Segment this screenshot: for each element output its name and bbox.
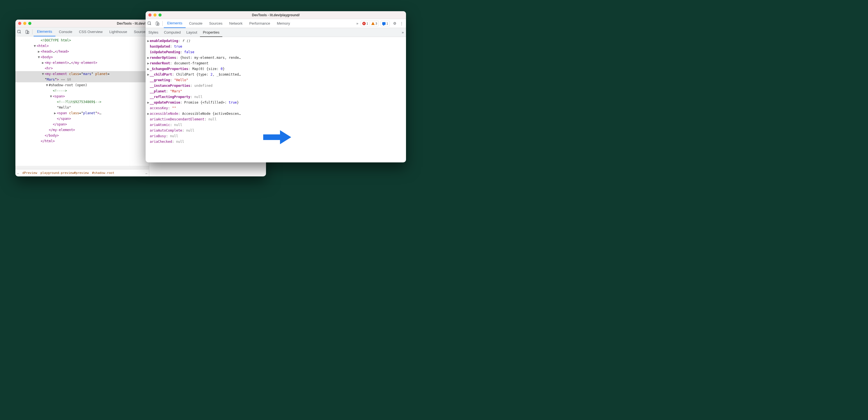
- dom-line[interactable]: ▼#shadow-root (open): [16, 82, 149, 88]
- dom-line[interactable]: "Hello": [16, 105, 149, 110]
- tab-memory[interactable]: Memory: [274, 19, 293, 28]
- breadcrumb-overflow-icon[interactable]: …: [145, 171, 147, 175]
- property-row[interactable]: ▶__childPart: ChildPart {type: 2, _$comm…: [147, 72, 404, 77]
- dom-line[interactable]: </span>: [16, 116, 149, 122]
- tab-elements[interactable]: Elements: [164, 19, 186, 28]
- settings-icon[interactable]: ⚙: [392, 21, 398, 26]
- property-row[interactable]: ▶accessibleNode: AccessibleNode {activeD…: [147, 111, 404, 117]
- property-row[interactable]: accessKey: "": [147, 105, 404, 111]
- sidetab-properties[interactable]: Properties: [200, 28, 222, 37]
- property-row[interactable]: __instanceProperties: undefined: [147, 83, 404, 88]
- dom-line[interactable]: <!--?lit$927534869$-->: [16, 99, 149, 105]
- property-row[interactable]: ▶renderOptions: {host: my-element.mars, …: [147, 55, 404, 60]
- tab-elements[interactable]: Elements: [34, 27, 56, 36]
- dom-line[interactable]: </my-element>: [16, 127, 149, 133]
- issues-badge[interactable]: ×1 3: [361, 21, 379, 26]
- property-row[interactable]: ariaAtomic: null: [147, 122, 404, 128]
- tab-sources[interactable]: Sources: [206, 19, 226, 28]
- property-row[interactable]: ▶_$changedProperties: Map(0) {size: 0}: [147, 66, 404, 72]
- panel-tabs: ElementsConsoleSourcesNetworkPerformance…: [164, 19, 354, 28]
- tab-console[interactable]: Console: [56, 27, 75, 36]
- dom-line[interactable]: <!DOCTYPE html>: [16, 37, 149, 43]
- dom-line[interactable]: ▶<span class="planet">…: [16, 110, 149, 116]
- dom-line[interactable]: ▶<my-element>…</my-element>: [16, 60, 149, 65]
- arrow-icon: [263, 129, 291, 146]
- minimize-icon[interactable]: [153, 13, 157, 17]
- device-toggle-icon[interactable]: [153, 20, 161, 27]
- sidebar-tabs: StylesComputedLayoutProperties»: [146, 28, 406, 37]
- breadcrumb-item[interactable]: playground-preview#preview: [40, 171, 89, 175]
- scrollbar-horizontal[interactable]: [16, 166, 149, 169]
- inspect-icon[interactable]: [16, 28, 23, 36]
- dom-line[interactable]: <hr>: [16, 65, 149, 71]
- dom-line[interactable]: </body>: [16, 133, 149, 138]
- property-row[interactable]: __greeting: "Hello": [147, 77, 404, 83]
- property-row[interactable]: isUpdatePending: false: [147, 49, 404, 55]
- titlebar: DevTools - lit.dev/playground/: [146, 11, 406, 19]
- tab-console[interactable]: Console: [186, 19, 206, 28]
- dom-line[interactable]: </html>: [16, 138, 149, 144]
- minimize-icon[interactable]: [23, 22, 26, 25]
- inspect-icon[interactable]: [146, 20, 153, 27]
- device-toggle-icon[interactable]: [23, 28, 31, 36]
- tab-network[interactable]: Network: [226, 19, 246, 28]
- dom-line[interactable]: ▼<body>: [16, 54, 149, 60]
- more-tabs-icon[interactable]: »: [354, 21, 360, 26]
- zoom-icon[interactable]: [28, 22, 31, 25]
- dom-line[interactable]: ▼<html>: [16, 43, 149, 49]
- traffic-lights: [18, 22, 31, 25]
- dom-line[interactable]: </span>: [16, 122, 149, 127]
- property-row[interactable]: ariaActiveDescendantElement: null: [147, 117, 404, 122]
- sidetab-computed[interactable]: Computed: [161, 28, 183, 37]
- dom-line[interactable]: ▼<my-element class="mars" planet=: [16, 71, 149, 77]
- dom-line[interactable]: ▼<span>: [16, 93, 149, 99]
- property-row[interactable]: ▶renderRoot: document-fragment: [147, 60, 404, 66]
- close-icon[interactable]: [148, 13, 152, 17]
- elements-tree-pane: <!DOCTYPE html> ▼<html> ▶<head>…</head> …: [16, 36, 149, 176]
- toolbar-badges: ×1 3 1 ⚙ ⋮: [361, 21, 406, 26]
- sidetab-layout[interactable]: Layout: [183, 28, 200, 37]
- zoom-icon[interactable]: [158, 13, 161, 17]
- property-row[interactable]: __reflectingProperty: null: [147, 94, 404, 100]
- dom-line[interactable]: <!---->: [16, 88, 149, 93]
- breadcrumb: … dPreviewplayground-preview#preview#sha…: [16, 169, 149, 176]
- dom-line[interactable]: "Mars"> == $0: [16, 77, 149, 82]
- sidetab-styles[interactable]: Styles: [146, 28, 161, 37]
- breadcrumb-item[interactable]: #shadow-root: [92, 171, 114, 175]
- main-toolbar: ElementsConsoleSourcesNetworkPerformance…: [146, 19, 406, 28]
- close-icon[interactable]: [18, 22, 21, 25]
- messages-badge[interactable]: 1: [380, 21, 390, 26]
- window-title: DevTools - lit.dev/playground/: [146, 13, 406, 17]
- breadcrumb-overflow-icon[interactable]: …: [17, 171, 19, 175]
- tab-performance[interactable]: Performance: [246, 19, 273, 28]
- property-row[interactable]: __planet: "Mars": [147, 88, 404, 94]
- traffic-lights: [148, 13, 161, 17]
- breadcrumb-item[interactable]: dPreview: [22, 171, 37, 175]
- dom-tree[interactable]: <!DOCTYPE html> ▼<html> ▶<head>…</head> …: [16, 36, 149, 166]
- tab-lighthouse[interactable]: Lighthouse: [106, 27, 130, 36]
- property-row[interactable]: hasUpdated: true: [147, 44, 404, 49]
- more-sidetabs-icon[interactable]: »: [400, 30, 406, 34]
- tab-css-overview[interactable]: CSS Overview: [75, 27, 106, 36]
- kebab-menu-icon[interactable]: ⋮: [398, 21, 405, 26]
- dom-line[interactable]: ▶<head>…</head>: [16, 49, 149, 54]
- property-row[interactable]: ▶enableUpdating: f (): [147, 38, 404, 44]
- property-row[interactable]: ▶__updatePromise: Promise {<fulfilled>: …: [147, 100, 404, 105]
